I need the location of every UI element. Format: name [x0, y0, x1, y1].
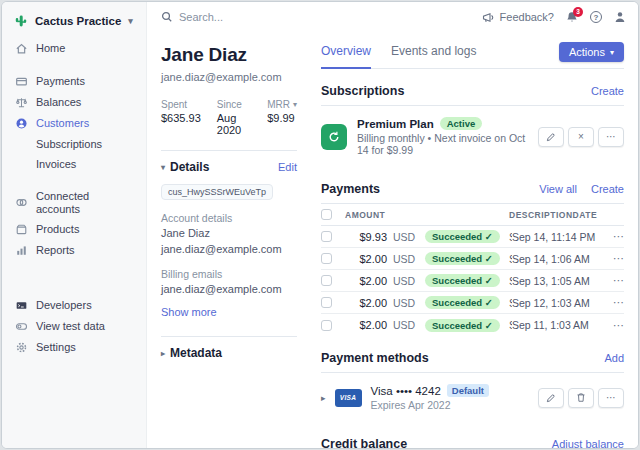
payments-table: AMOUNT DESCRIPTION DATE $9.93 USD Succee… [321, 204, 624, 336]
sidebar-item-label: Developers [36, 299, 92, 312]
row-more-button[interactable]: ⋯ [604, 296, 624, 309]
feedback-label: Feedback? [500, 11, 554, 23]
sidebar-item-connected-accounts[interactable]: Connected accounts [2, 186, 146, 219]
metadata-section-title[interactable]: ▸ Metadata [161, 346, 222, 360]
details-section-title[interactable]: ▾ Details [161, 160, 209, 174]
recurring-icon [321, 124, 347, 150]
chevron-down-icon: ▾ [161, 163, 165, 172]
wallet-icon [14, 75, 28, 89]
sidebar-item-view-test-data[interactable]: View test data [2, 316, 146, 337]
row-more-button[interactable]: ⋯ [604, 252, 624, 265]
sidebar-item-label: Invoices [36, 158, 76, 171]
card-expiry: Expires Apr 2022 [371, 399, 529, 411]
card-delete-button[interactable] [568, 388, 594, 408]
account-details-label: Account details [161, 212, 297, 224]
payments-create-link[interactable]: Create [591, 183, 624, 195]
sidebar-item-label: Settings [36, 341, 76, 354]
sidebar-item-label: Balances [36, 96, 81, 109]
subscriptions-section: Subscriptions Create Premium Plan Active [321, 84, 624, 167]
gear-icon [14, 341, 28, 355]
cactus-logo-icon [14, 14, 28, 28]
payments-section: Payments View all Create AMOUNT DESCRIPT… [321, 182, 624, 336]
sidebar: Cactus Practice ▾ Home Payments Balances [2, 2, 147, 448]
payment-method-row[interactable]: ▸ VISA Visa •••• 4242 Default Expires Ap… [321, 373, 624, 422]
card-label: Visa •••• 4242 [371, 385, 441, 397]
chevron-down-icon: ▾ [128, 16, 133, 26]
tab-events-and-logs[interactable]: Events and logs [391, 44, 476, 68]
payment-row[interactable]: $2.00 USD Succeeded ✓ Subscription updat… [321, 292, 624, 314]
payment-row[interactable]: $2.00 USD Succeeded ✓ Subscription updat… [321, 248, 624, 270]
actions-button[interactable]: Actions ▾ [559, 42, 624, 62]
select-all-checkbox[interactable] [321, 209, 332, 220]
sidebar-item-balances[interactable]: Balances [2, 92, 146, 113]
details-edit-link[interactable]: Edit [278, 161, 297, 173]
payment-row[interactable]: $2.00 USD Succeeded ✓ Subscription updat… [321, 270, 624, 292]
customer-id-badge[interactable]: cus_HwySSSrWEuVeTp [161, 184, 273, 200]
sidebar-item-products[interactable]: Products [2, 219, 146, 240]
subscription-row[interactable]: Premium Plan Active Billing monthly • Ne… [321, 106, 624, 167]
sidebar-item-payments[interactable]: Payments [2, 71, 146, 92]
sidebar-item-developers[interactable]: Developers [2, 295, 146, 316]
sidebar-item-subscriptions[interactable]: Subscriptions [2, 134, 146, 154]
subscription-create-link[interactable]: Create [591, 85, 624, 97]
help-button[interactable]: ? [590, 11, 602, 23]
default-badge: Default [447, 384, 489, 397]
tab-bar: Overview Events and logs [321, 44, 476, 68]
subscription-cancel-button[interactable]: × [568, 127, 594, 147]
sidebar-item-settings[interactable]: Settings [2, 337, 146, 358]
sidebar-item-home[interactable]: Home [2, 38, 146, 59]
chevron-down-icon: ▾ [610, 48, 614, 57]
row-more-button[interactable]: ⋯ [604, 274, 624, 287]
stat-spent: Spent $635.93 [161, 99, 201, 136]
payment-method-add-link[interactable]: Add [604, 352, 624, 364]
row-checkbox[interactable] [321, 231, 332, 242]
billing-emails-label: Billing emails [161, 268, 297, 280]
subscription-more-button[interactable]: ⋯ [598, 127, 624, 147]
row-more-button[interactable]: ⋯ [604, 230, 624, 243]
tab-overview[interactable]: Overview [321, 44, 371, 69]
adjust-balance-link[interactable]: Adjust balance [552, 438, 624, 449]
account-name: Cactus Practice [35, 15, 121, 27]
show-more-link[interactable]: Show more [161, 306, 217, 318]
sidebar-item-invoices[interactable]: Invoices [2, 154, 146, 174]
sidebar-item-reports[interactable]: Reports [2, 240, 146, 261]
megaphone-icon [482, 12, 495, 23]
app-window: Cactus Practice ▾ Home Payments Balances [1, 1, 639, 449]
check-icon: ✓ [485, 297, 493, 308]
account-details-name: Jane Diaz [161, 226, 297, 240]
status-badge: Succeeded ✓ [425, 252, 500, 265]
search-bar[interactable] [161, 11, 482, 23]
profile-button[interactable] [614, 11, 626, 23]
sidebar-item-label: Subscriptions [36, 138, 102, 151]
payment-row[interactable]: $9.93 USD Succeeded ✓ Subscription updat… [321, 226, 624, 248]
bar-chart-icon [14, 244, 28, 258]
feedback-button[interactable]: Feedback? [482, 11, 554, 23]
chevron-right-icon: ▸ [161, 349, 165, 358]
customer-name: Jane Diaz [161, 44, 297, 66]
row-checkbox[interactable] [321, 275, 332, 286]
row-checkbox[interactable] [321, 297, 332, 308]
row-checkbox[interactable] [321, 320, 332, 331]
stat-mrr[interactable]: MRR▾ $9.99 [267, 99, 297, 136]
payments-title: Payments [321, 182, 380, 196]
notifications-button[interactable]: 3 [566, 11, 578, 24]
subscription-edit-button[interactable] [538, 127, 564, 147]
credit-balance-section: Credit balance Adjust balance $0.00 USD [321, 437, 624, 449]
sidebar-item-label: Customers [36, 117, 89, 130]
row-checkbox[interactable] [321, 253, 332, 264]
check-icon: ✓ [485, 253, 493, 264]
customer-stats: Spent $635.93 Since Aug 2020 MRR▾ $9.99 [161, 99, 297, 136]
sidebar-item-customers[interactable]: Customers [2, 113, 146, 134]
account-switcher[interactable]: Cactus Practice ▾ [2, 10, 146, 38]
card-more-button[interactable]: ⋯ [598, 388, 624, 408]
subscriptions-title: Subscriptions [321, 84, 404, 98]
notification-badge: 3 [573, 7, 583, 17]
search-input[interactable] [179, 11, 339, 23]
row-more-button[interactable]: ⋯ [604, 319, 624, 332]
payments-view-all-link[interactable]: View all [539, 183, 577, 195]
card-edit-button[interactable] [538, 388, 564, 408]
account-details-email: jane.diaz@example.com [161, 242, 297, 256]
check-icon: ✓ [485, 320, 493, 331]
chevron-right-icon[interactable]: ▸ [321, 393, 326, 403]
payment-row[interactable]: $2.00 USD Succeeded ✓ Subscription updat… [321, 314, 624, 336]
